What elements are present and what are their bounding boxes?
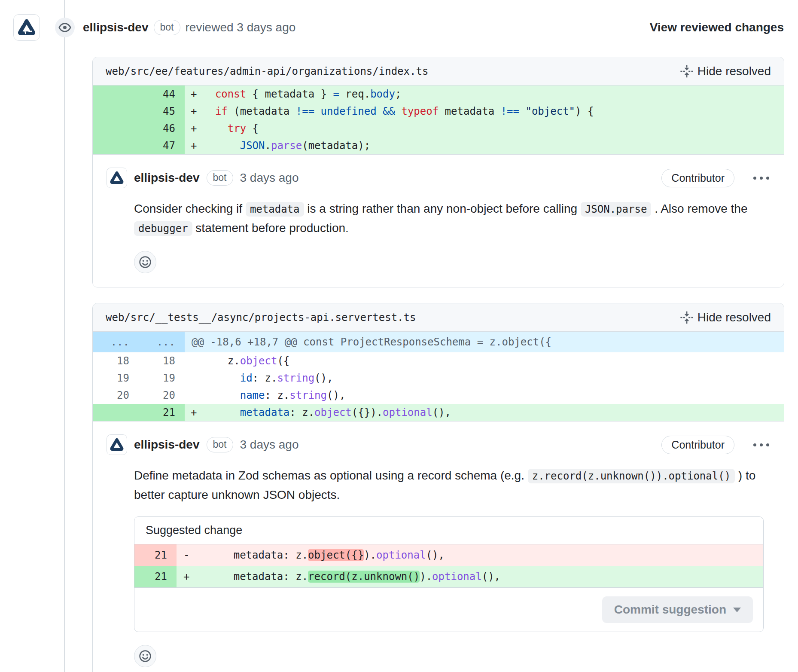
comment-timestamp[interactable]: 3 days ago [240,438,299,452]
code-line: if (metadata !== undefined && typeof met… [203,103,784,120]
hide-resolved-label: Hide resolved [697,311,771,324]
diff-table: 44 + const { metadata } = req.body; 45 +… [93,86,784,155]
code-line: try { [203,120,784,137]
reviewer-name[interactable]: ellipsis-dev [83,21,149,34]
diff-marker: + [185,120,203,137]
hide-resolved-button[interactable]: Hide resolved [680,64,771,78]
ellipsis-logo-icon [109,437,125,452]
kebab-menu-icon[interactable] [752,441,770,449]
contributor-badge: Contributor [661,436,734,454]
code-line: JSON.parse(metadata); [203,137,784,154]
new-line-number: 44 [139,86,185,103]
line-number: 21 [134,544,177,566]
old-line-number [93,103,139,120]
review-comment: ellipsis-dev bot 3 days ago Contributor … [93,155,784,287]
diff-row: 44 + const { metadata } = req.body; [93,86,784,103]
bot-badge: bot [207,170,233,186]
reviewer-avatar[interactable] [13,14,40,41]
comment-avatar[interactable] [107,168,127,188]
contributor-badge: Contributor [661,169,734,187]
new-line-number: 20 [139,387,185,404]
add-reaction-button[interactable] [134,645,156,667]
comment-author[interactable]: ellipsis-dev [134,438,200,452]
commit-suggestion-label: Commit suggestion [614,603,726,617]
fold-icon [680,311,693,324]
bot-badge: bot [154,20,180,35]
diff-marker [185,387,203,404]
timeline-line [64,0,65,672]
suggestion-deleted-row: 21 - metadata: z.object({}).optional(), [134,544,763,566]
old-line-number [93,404,139,421]
code-line: z.object({ [203,352,784,370]
diff-row: 19 19 id: z.string(), [93,370,784,387]
file-header: web/src/ee/features/admin-api/organizati… [93,57,784,86]
file-path-link[interactable]: web/src/ee/features/admin-api/organizati… [106,65,428,77]
line-number: 21 [134,566,177,587]
smiley-icon [139,650,152,663]
code-line: name: z.string(), [203,387,784,404]
file-header: web/src/__tests__/async/projects-api.ser… [93,303,784,332]
new-line-number: 21 [139,404,185,421]
old-line-number [93,86,139,103]
new-line-number: 46 [139,120,185,137]
review-thread-card-1: web/src/ee/features/admin-api/organizati… [92,57,784,287]
diff-row: 47 + JSON.parse(metadata); [93,137,784,154]
code-line: id: z.string(), [203,370,784,387]
new-line-number: 45 [139,103,185,120]
hide-resolved-button[interactable]: Hide resolved [680,311,771,324]
diff-row: 21 + metadata: z.object({}).optional(), [93,404,784,421]
hunk-header-text: @@ -18,6 +18,7 @@ const ProjectResponseS… [185,332,784,352]
suggestion-footer: Commit suggestion [134,587,763,632]
diff-row: 45 + if (metadata !== undefined && typeo… [93,103,784,120]
eye-icon [58,21,71,34]
suggested-change-title: Suggested change [134,517,763,544]
add-reaction-button[interactable] [134,251,156,273]
diff-marker: + [185,404,203,421]
hide-resolved-label: Hide resolved [697,64,771,78]
diff-marker [185,352,203,370]
comment-author[interactable]: ellipsis-dev [134,171,200,185]
new-line-number: 18 [139,352,185,370]
suggested-change-block: Suggested change 21 - metadata: z.object… [134,516,764,632]
comment-avatar[interactable] [107,434,127,455]
code-line: metadata: z.object({}).optional(), [203,404,784,421]
diff-marker: + [185,137,203,154]
new-line-number: 19 [139,370,185,387]
ellipsis-logo-icon [109,170,125,186]
old-line-number [93,120,139,137]
bot-badge: bot [207,437,233,452]
comment-timestamp[interactable]: 3 days ago [240,171,299,185]
review-comment: ellipsis-dev bot 3 days ago Contributor … [93,422,784,672]
diff-marker: - [177,544,196,566]
review-action-text: reviewed 3 days ago [186,21,296,34]
old-line-number: 20 [93,387,139,404]
diff-marker: + [177,566,196,587]
review-thread-card-2: web/src/__tests__/async/projects-api.ser… [92,303,784,672]
chevron-down-icon [733,608,741,612]
ellipsis-logo-icon [17,18,37,37]
hunk-row: ... ... @@ -18,6 +18,7 @@ const ProjectR… [93,332,784,352]
fold-icon [680,65,693,78]
smiley-icon [139,256,152,269]
diff-row: 18 18 z.object({ [93,352,784,370]
suggestion-added-row: 21 + metadata: z.record(z.unknown()).opt… [134,566,763,587]
diff-marker: + [185,103,203,120]
diff-marker: + [185,86,203,103]
code-line: metadata: z.object({}).optional(), [196,544,763,566]
old-line-number: 19 [93,370,139,387]
diff-marker [185,370,203,387]
code-line: metadata: z.record(z.unknown()).optional… [196,566,763,587]
diff-row: 46 + try { [93,120,784,137]
comment-body: Define metadata in Zod schemas as option… [134,466,770,504]
commit-suggestion-button[interactable]: Commit suggestion [602,596,753,623]
review-eye-badge [55,18,75,37]
old-line-number: ... [93,332,139,352]
old-line-number: 18 [93,352,139,370]
kebab-menu-icon[interactable] [752,174,770,182]
file-path-link[interactable]: web/src/__tests__/async/projects-api.ser… [106,312,416,324]
diff-row: 20 20 name: z.string(), [93,387,784,404]
code-line: const { metadata } = req.body; [203,86,784,103]
view-reviewed-changes-link[interactable]: View reviewed changes [650,21,784,34]
comment-body: Consider checking if metadata is a strin… [134,199,770,238]
review-header: ellipsis-dev bot reviewed 3 days ago Vie… [0,0,798,42]
